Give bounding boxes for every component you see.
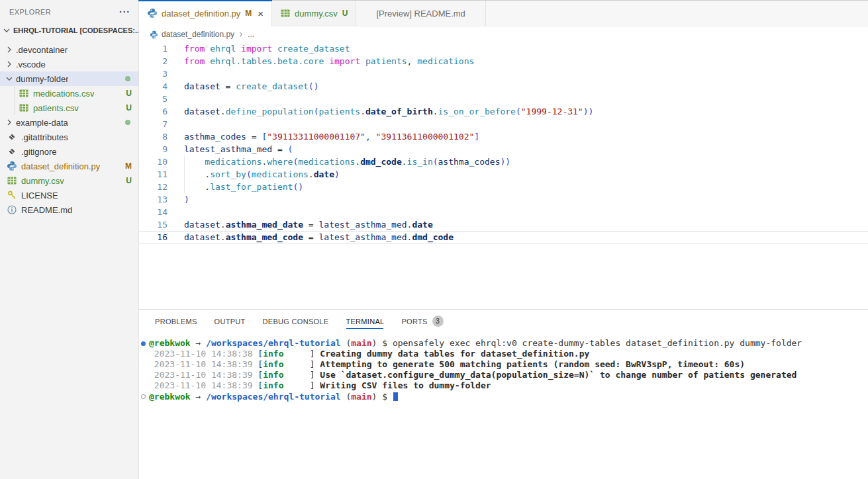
- panel-tab-output[interactable]: OUTPUT: [215, 310, 246, 333]
- code-line-15: 15dataset.asthma_med_date = latest_asthm…: [139, 218, 868, 231]
- more-actions-icon[interactable]: ···: [119, 7, 130, 17]
- tree-item-label: LICENSE: [21, 191, 58, 200]
- chevright-icon: [4, 59, 15, 69]
- tree-item-patients.csv[interactable]: patients.csvU: [0, 101, 138, 115]
- python-icon: [147, 8, 158, 19]
- tree-item-label: dataset_definition.py: [21, 161, 100, 171]
- git-status-badge: U: [126, 89, 132, 98]
- tree-item-example-data[interactable]: example-data: [0, 115, 138, 130]
- tree-item-label: .gitignore: [21, 147, 56, 157]
- command-pending-icon: [141, 394, 146, 399]
- tree-item-label: .vscode: [16, 60, 46, 69]
- terminal-line-4: 2023-11-10 14:38:39 [info ] Use `dataset…: [141, 370, 868, 380]
- close-icon[interactable]: ×: [258, 9, 264, 19]
- terminal-line-5: 2023-11-10 14:38:39 [info ] Writing CSV …: [141, 380, 868, 391]
- file-tree: .devcontainer.vscodedummy-foldermedicati…: [0, 38, 138, 217]
- panel-tab-label: PROBLEMS: [155, 318, 197, 326]
- code-text: from ehrql.tables.beta.core import patie…: [184, 55, 474, 67]
- git-status-badge: U: [126, 103, 132, 112]
- code-line-8: 8asthma_codes = ["39113311000001107", "3…: [139, 130, 868, 143]
- command-success-icon: [141, 341, 146, 346]
- panel-tab-ports[interactable]: PORTS3: [401, 310, 443, 333]
- code-line-11: 11 .sort_by(medications.date): [139, 168, 868, 181]
- tree-item-label: example-data: [16, 118, 68, 128]
- breadcrumb-file[interactable]: dataset_definition.py: [162, 30, 234, 39]
- code-line-10: 10 medications.where(medications.dmd_cod…: [139, 155, 868, 168]
- tree-item-medications.csv[interactable]: medications.csvU: [0, 86, 138, 101]
- code-line-5: 5: [139, 93, 868, 105]
- indent-guide: [184, 168, 185, 181]
- tree-item-label: README.md: [21, 205, 72, 215]
- panel-tab-label: PORTS: [401, 318, 427, 326]
- code-line-2: 2from ehrql.tables.beta.core import pati…: [139, 55, 868, 67]
- tree-item-label: dummy.csv: [21, 176, 64, 186]
- tab-label: dataset_definition.py: [162, 9, 240, 19]
- line-number: 9: [139, 143, 184, 155]
- terminal-line-6: @rebkwok → /workspaces/ehrql-tutorial (m…: [141, 391, 868, 402]
- code-line-4: 4dataset = create_dataset(): [139, 80, 868, 93]
- git-icon: [7, 146, 17, 157]
- key-icon: [7, 190, 17, 200]
- git-status-badge: M: [245, 9, 252, 18]
- bottom-panel: PROBLEMSOUTPUTDEBUG CONSOLETERMINALPORTS…: [139, 309, 868, 479]
- line-number: 3: [139, 67, 184, 80]
- tab-dummy.csv[interactable]: dummy.csvU: [272, 1, 356, 26]
- terminal-text: 2023-11-10 14:38:39 [info ] Writing CSV …: [149, 380, 491, 391]
- panel-tab-debug-console[interactable]: DEBUG CONSOLE: [263, 310, 329, 333]
- terminal-line-1: @rebkwok → /workspaces/ehrql-tutorial (m…: [141, 338, 868, 349]
- tab-label: dummy.csv: [295, 9, 338, 19]
- terminal-line-2: 2023-11-10 14:38:38 [info ] Creating dum…: [141, 349, 868, 359]
- terminal-line-3: 2023-11-10 14:38:39 [info ] Attempting t…: [141, 359, 868, 370]
- tree-item-dummy-folder[interactable]: dummy-folder: [0, 71, 138, 86]
- explorer-header: EXPLORER ···: [0, 0, 138, 23]
- tab-dataset_definition.py[interactable]: dataset_definition.pyM×: [139, 1, 272, 26]
- line-number: 10: [139, 155, 184, 168]
- tab-label: [Preview] README.md: [376, 9, 465, 19]
- indent-guide: [184, 181, 185, 193]
- terminal-text: @rebkwok → /workspaces/ehrql-tutorial (m…: [149, 391, 398, 402]
- tree-item-dummy.csv[interactable]: dummy.csvU: [0, 173, 138, 188]
- tree-item-label: medications.csv: [33, 89, 94, 99]
- chevron-down-icon: [1, 25, 12, 36]
- code-area[interactable]: 1from ehrql import create_dataset2from e…: [139, 42, 868, 309]
- line-number: 1: [139, 42, 184, 55]
- tree-item-.vscode[interactable]: .vscode: [0, 57, 138, 71]
- code-text: medications.where(medications.dmd_code.i…: [184, 155, 510, 168]
- code-text: dataset.define_population(patients.date_…: [184, 105, 593, 118]
- terminal-text: 2023-11-10 14:38:39 [info ] Attempting t…: [149, 359, 745, 370]
- line-number: 15: [139, 218, 184, 231]
- tree-item-.gitignore[interactable]: .gitignore: [0, 144, 138, 159]
- panel-tab-problems[interactable]: PROBLEMS: [155, 310, 197, 333]
- workspace-section-header[interactable]: EHRQL-TUTORIAL [CODESPACES:...: [0, 23, 138, 38]
- tree-item-README.md[interactable]: README.md: [0, 202, 138, 217]
- panel-tab-bar: PROBLEMSOUTPUTDEBUG CONSOLETERMINALPORTS…: [139, 310, 868, 333]
- line-number: 12: [139, 181, 184, 193]
- line-number: 5: [139, 93, 184, 105]
- editor-region: dataset_definition.pyM×dummy.csvU[Previe…: [139, 0, 868, 479]
- tree-item-.devcontainer[interactable]: .devcontainer: [0, 42, 138, 57]
- line-number: 13: [139, 193, 184, 206]
- tree-item-LICENSE[interactable]: LICENSE: [0, 188, 138, 202]
- tree-item-dataset_definition.py[interactable]: dataset_definition.pyM: [0, 159, 138, 173]
- python-icon: [150, 30, 158, 39]
- modified-dot-icon: [125, 76, 130, 81]
- code-text: dataset.asthma_med_date = latest_asthma_…: [184, 218, 433, 231]
- explorer-sidebar: EXPLORER ··· EHRQL-TUTORIAL [CODESPACES:…: [0, 0, 139, 479]
- csv-icon: [19, 103, 29, 113]
- breadcrumb[interactable]: dataset_definition.py ...: [139, 26, 868, 42]
- line-number: 8: [139, 130, 184, 143]
- panel-tab-terminal[interactable]: TERMINAL: [346, 310, 384, 333]
- code-line-12: 12 .last_for_patient(): [139, 181, 868, 193]
- tab-[Preview] README.md[interactable]: [Preview] README.md: [356, 1, 485, 26]
- code-text: .sort_by(medications.date): [184, 168, 340, 181]
- line-number: 11: [139, 168, 184, 181]
- breadcrumb-symbol[interactable]: ...: [248, 30, 254, 39]
- tree-item-.gitattributes[interactable]: .gitattributes: [0, 130, 138, 144]
- git-status-badge: U: [342, 9, 348, 18]
- code-text: from ehrql import create_dataset: [184, 42, 350, 55]
- csv-icon: [280, 8, 291, 19]
- terminal[interactable]: @rebkwok → /workspaces/ehrql-tutorial (m…: [139, 333, 868, 402]
- terminal-text: 2023-11-10 14:38:38 [info ] Creating dum…: [149, 349, 589, 359]
- git-icon: [7, 132, 17, 142]
- line-number: 7: [139, 118, 184, 130]
